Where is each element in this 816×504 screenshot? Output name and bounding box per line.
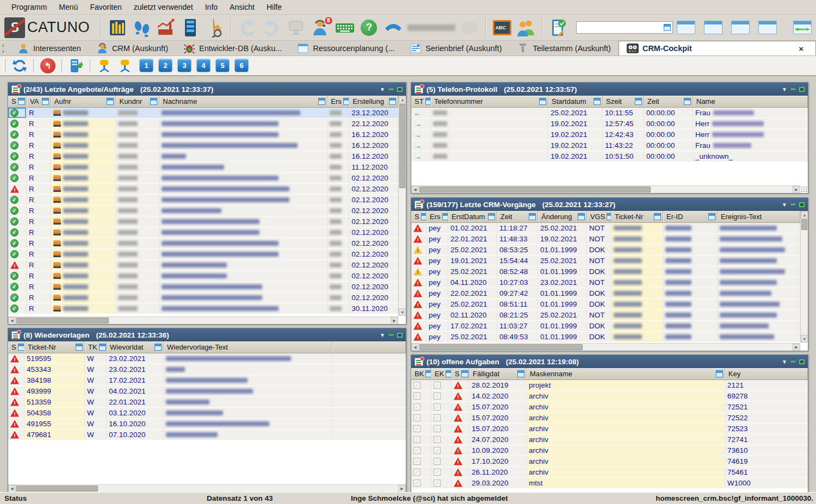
table-row[interactable]: !R02.12.2020	[8, 184, 398, 195]
table-row[interactable]: ✓✓!29.03.2020mtstW1000	[411, 478, 808, 489]
checkbox[interactable]: ✓	[413, 425, 421, 432]
panel-minimize-icon[interactable]	[790, 88, 796, 90]
panel-filter-icon[interactable]: ▼	[782, 86, 787, 92]
tab-crm-auskunft-[interactable]: CRM (Auskunft)	[89, 41, 176, 55]
panel-restore-icon[interactable]	[799, 87, 805, 92]
panel-header[interactable]: (10) offene Aufgaben (25.02.2021 12:19:0…	[411, 355, 808, 368]
panel-header[interactable]: (159/177) Letzte CRM-Vorgänge (25.02.202…	[411, 198, 808, 211]
checkbox[interactable]: ✓	[434, 436, 441, 443]
quick-button-5[interactable]: 5	[215, 59, 230, 72]
table-row[interactable]: ✓R16.12.2020	[8, 151, 398, 162]
panel-minimize-icon[interactable]	[790, 203, 796, 206]
filter-icon[interactable]	[42, 98, 49, 105]
table-row[interactable]: !504358W03.12.2020	[8, 408, 406, 419]
panel-restore-icon[interactable]	[397, 333, 403, 338]
back-button[interactable]: ↰	[39, 58, 57, 74]
quick-button-4[interactable]: 4	[196, 59, 211, 72]
table-row[interactable]: ✓✓!15.07.2020archiv72522	[411, 413, 808, 424]
support-call-icon[interactable]: 8	[310, 17, 331, 38]
table-row[interactable]: ✓R11.12.2020	[8, 162, 398, 173]
chat-bubble-icon[interactable]	[459, 17, 480, 38]
undo-icon[interactable]	[237, 17, 258, 38]
monitor-icon[interactable]	[286, 17, 306, 38]
table-row[interactable]: ✓R02.12.2020	[8, 216, 398, 227]
panel-minimize-icon[interactable]	[388, 334, 394, 336]
window-resize-button[interactable]	[793, 21, 812, 34]
table-row[interactable]: ✓✓!15.07.2020archiv72523	[411, 424, 808, 434]
scrollbar-thumb[interactable]	[16, 486, 98, 491]
checkbox[interactable]: ✓	[434, 458, 441, 465]
filter-icon[interactable]	[461, 370, 468, 377]
keyboard-icon[interactable]	[335, 17, 355, 38]
filter-icon[interactable]	[389, 98, 396, 105]
filter-icon[interactable]	[99, 344, 106, 351]
tab-ressourcenplanung-[interactable]: Ressourcenplanung (...	[289, 41, 402, 55]
filter-icon[interactable]	[716, 370, 723, 377]
column-header-key[interactable]: Key	[725, 368, 808, 379]
column-header-maskenname[interactable]: Maskenname	[527, 368, 725, 379]
table-row[interactable]: ✓R30.11.2020	[8, 303, 398, 314]
panel-filter-icon[interactable]: ▼	[380, 86, 385, 92]
column-header-st[interactable]: ST	[411, 96, 431, 107]
checkbox[interactable]: ✓	[413, 447, 421, 454]
table-row[interactable]: !pey01.02.202111:18:2725.02.2021NOT	[411, 223, 800, 234]
column-header-wiedervorlage-text[interactable]: Wiedervorlage-Text	[164, 341, 332, 353]
menu-favoriten[interactable]: Favoriten	[84, 1, 127, 14]
menu-programm[interactable]: Programm	[5, 1, 53, 14]
filter-icon[interactable]	[635, 98, 642, 105]
checkbox[interactable]: ✓	[434, 403, 441, 410]
tab-crm-cockpit[interactable]: CRM-Cockpit×	[619, 41, 816, 55]
table-row[interactable]: ✓✓!17.10.2020archiv74619	[411, 456, 808, 467]
scrollbar-thumb[interactable]	[801, 219, 807, 230]
table-row[interactable]: !pey25.02.202108:52:4801.01.1999DOK	[411, 266, 800, 277]
table-row[interactable]: !384198W17.02.2021	[8, 375, 406, 386]
workplace-button-2[interactable]	[116, 58, 134, 74]
table-row[interactable]: !491955W16.10.2020	[8, 419, 406, 430]
filter-icon[interactable]	[442, 213, 449, 220]
horizontal-scrollbar[interactable]: ◀▶	[8, 316, 398, 324]
tab-entwickler-db-ausku-[interactable]: Entwickler-DB (Ausku...	[176, 41, 289, 55]
table-row[interactable]: ✓✓!15.07.2020archiv72521	[411, 402, 808, 413]
filter-icon[interactable]	[18, 98, 25, 105]
table-row[interactable]: !pey19.01.202115:54:4425.02.2021NOT	[411, 256, 800, 266]
checkbox[interactable]: ✓	[434, 447, 441, 454]
table-row[interactable]: ✓R16.12.2020	[8, 129, 398, 140]
checkbox[interactable]: ✓	[413, 414, 421, 421]
filter-icon[interactable]	[607, 213, 611, 220]
workplace-button-1[interactable]	[96, 58, 113, 74]
table-row[interactable]: !R02.12.2020	[8, 260, 398, 271]
filter-icon[interactable]	[708, 213, 715, 220]
table-row[interactable]: ✓R02.12.2020	[8, 206, 398, 216]
resize-grip[interactable]	[801, 186, 807, 192]
column-header-ticket-nr[interactable]: Ticket-Nr	[24, 341, 85, 353]
checkbox[interactable]: ✓	[434, 480, 441, 487]
tab-teilestamm-auskunft-[interactable]: Teilestamm (Auskunft)	[509, 41, 618, 55]
table-row[interactable]: !pey22.01.202111:48:3319.02.2021NOT	[411, 234, 800, 245]
menu-hilfe[interactable]: Hilfe	[261, 1, 288, 14]
horizontal-scrollbar[interactable]: ◀▶	[8, 484, 406, 492]
task-check-icon[interactable]	[548, 17, 569, 38]
table-row[interactable]: ✓✓!26.11.2020archiv75461	[411, 467, 808, 478]
vertical-scrollbar[interactable]: ▲▼	[398, 96, 406, 316]
column-header-wievorldat[interactable]: Wievorldat	[107, 341, 164, 353]
menu-zuletzt-verwendet[interactable]: zuletzt verwendet	[128, 1, 199, 14]
phone-icon[interactable]	[383, 17, 404, 38]
panel-header[interactable]: (5) Telefon-Protokoll (25.02.2021 12:33:…	[411, 83, 808, 96]
column-header-zeit[interactable]: Zeit	[644, 96, 693, 107]
redo-icon[interactable]	[262, 17, 282, 38]
tab-scroll-right-icon[interactable]: ›	[2, 48, 10, 54]
filter-icon[interactable]	[425, 98, 431, 105]
scrollbar-thumb[interactable]	[399, 104, 405, 188]
column-header-bk[interactable]: BK	[411, 368, 431, 379]
refresh-button[interactable]	[11, 58, 28, 74]
filter-icon[interactable]	[343, 98, 349, 105]
scrollbar-thumb[interactable]	[16, 318, 109, 323]
scrollbar-thumb[interactable]	[419, 186, 651, 192]
menu-ansicht[interactable]: Ansicht	[224, 1, 261, 14]
filter-icon[interactable]	[107, 98, 114, 105]
window-button-4[interactable]	[758, 21, 777, 34]
table-row[interactable]: ✓R16.12.2020	[8, 140, 398, 151]
panel-filter-icon[interactable]: ▼	[782, 202, 787, 208]
vertical-scrollbar[interactable]: ▲▼	[800, 211, 808, 343]
column-header-erstdatum[interactable]: ErstDatum	[448, 211, 497, 222]
